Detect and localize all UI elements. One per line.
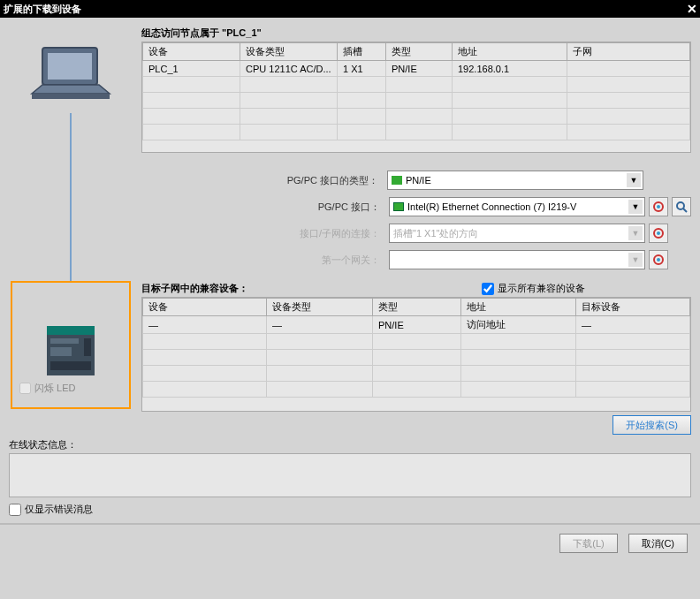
laptop-icon <box>27 42 115 113</box>
search-pgif-button[interactable] <box>672 197 691 216</box>
cell-devtype: CPU 1211C AC/D... <box>240 61 338 77</box>
table-row[interactable]: PLC_1 CPU 1211C AC/D... 1 X1 PN/IE 192.1… <box>143 61 690 77</box>
config-pgif-button[interactable] <box>649 197 668 216</box>
cell-device: PLC_1 <box>143 61 240 77</box>
svg-marker-2 <box>32 85 110 94</box>
errors-only-checkbox[interactable]: 仅显示错误消息 <box>9 503 691 516</box>
chevron-down-icon: ▼ <box>628 226 643 240</box>
chevron-down-icon[interactable]: ▼ <box>627 173 641 187</box>
flash-led-input[interactable] <box>19 383 31 394</box>
cell2-target: — <box>576 316 690 334</box>
svg-point-15 <box>657 231 660 235</box>
flash-led-checkbox[interactable]: 闪烁 LED <box>19 382 75 395</box>
cell-type: PN/IE <box>386 61 453 77</box>
lbl-pgif: PG/PC 接口： <box>283 201 380 214</box>
left-pane: 闪烁 LED <box>9 25 133 435</box>
cell2-type: PN/IE <box>373 316 461 334</box>
cell-subnet <box>567 61 690 77</box>
svg-rect-6 <box>50 338 79 344</box>
net-icon <box>392 176 402 185</box>
svg-rect-3 <box>32 94 110 99</box>
nic-icon <box>393 202 404 211</box>
col-slot[interactable]: 插槽 <box>338 43 386 61</box>
chevron-down-icon: ▼ <box>628 253 643 267</box>
cell2-devtype: — <box>267 316 373 334</box>
row-conn: 接口/子网的连接： 插槽"1 X1"处的方向 ▼ <box>141 224 691 243</box>
title-bar: 扩展的下载到设备 ✕ <box>0 0 700 18</box>
svg-point-11 <box>657 205 660 209</box>
config-conn-button[interactable] <box>649 224 668 243</box>
cell2-device: — <box>143 316 267 334</box>
config-title: 组态访问节点属于 "PLC_1" <box>141 27 691 40</box>
flash-led-label: 闪烁 LED <box>34 382 75 395</box>
row-pgif: PG/PC 接口： Intel(R) Ethernet Connection (… <box>141 197 691 216</box>
svg-rect-5 <box>47 326 95 335</box>
svg-rect-1 <box>48 53 92 80</box>
cell2-addr: 访问地址 <box>461 316 576 334</box>
svg-point-17 <box>657 258 660 262</box>
device-frame: 闪烁 LED <box>11 281 131 409</box>
col-subnet[interactable]: 子网 <box>567 43 690 61</box>
plc-icon <box>45 324 96 377</box>
close-icon[interactable]: ✕ <box>684 1 700 17</box>
config-grid-wrap: 设备 设备类型 插槽 类型 地址 子网 PLC_1 CPU 1211C AC/D… <box>141 42 691 153</box>
select-conn: 插槽"1 X1"处的方向 ▼ <box>389 224 645 243</box>
compat-title: 目标子网中的兼容设备： <box>141 282 248 295</box>
svg-rect-7 <box>50 347 72 356</box>
cancel-button[interactable]: 取消(C) <box>628 534 688 553</box>
col-devtype[interactable]: 设备类型 <box>240 43 338 61</box>
compat-grid: 设备 设备类型 类型 地址 目标设备 — — PN/IE 访问地址 — <box>142 298 690 398</box>
show-all-input[interactable] <box>482 283 494 295</box>
errors-only-input[interactable] <box>9 504 21 516</box>
svg-rect-8 <box>84 338 91 356</box>
chevron-down-icon[interactable]: ▼ <box>628 200 643 214</box>
svg-rect-9 <box>50 361 91 370</box>
svg-point-12 <box>677 202 684 209</box>
lbl-gw: 第一个网关： <box>283 254 380 267</box>
status-box <box>9 453 691 497</box>
col2-device[interactable]: 设备 <box>143 299 267 316</box>
col-addr[interactable]: 地址 <box>453 43 567 61</box>
row-pgtype: PG/PC 接口的类型： PN/IE ▼ <box>141 171 691 190</box>
compat-grid-wrap: 设备 设备类型 类型 地址 目标设备 — — PN/IE 访问地址 — <box>141 297 691 412</box>
lbl-pgtype: PG/PC 接口的类型： <box>281 174 378 187</box>
connection-line <box>70 113 72 281</box>
download-button: 下载(L) <box>559 534 617 553</box>
config-gw-button[interactable] <box>649 250 668 269</box>
select-pgif[interactable]: Intel(R) Ethernet Connection (7) I219-V … <box>389 197 645 216</box>
col2-type[interactable]: 类型 <box>373 299 461 316</box>
col-type[interactable]: 类型 <box>386 43 453 61</box>
val-pgif: Intel(R) Ethernet Connection (7) I219-V <box>407 201 576 212</box>
show-all-checkbox[interactable]: 显示所有兼容的设备 <box>482 282 585 295</box>
select-gw: ▼ <box>389 250 645 269</box>
row-gw: 第一个网关： ▼ <box>141 250 691 269</box>
show-all-label: 显示所有兼容的设备 <box>498 282 585 295</box>
table-row[interactable]: — — PN/IE 访问地址 — <box>143 316 690 334</box>
status-label: 在线状态信息： <box>9 438 691 451</box>
val-pgtype: PN/IE <box>406 175 431 186</box>
col2-addr[interactable]: 地址 <box>461 299 576 316</box>
svg-line-13 <box>683 209 687 212</box>
cell-slot: 1 X1 <box>338 61 386 77</box>
col2-target[interactable]: 目标设备 <box>576 299 690 316</box>
lbl-conn: 接口/子网的连接： <box>283 227 380 240</box>
val-conn: 插槽"1 X1"处的方向 <box>393 227 478 240</box>
config-grid: 设备 设备类型 插槽 类型 地址 子网 PLC_1 CPU 1211C AC/D… <box>142 42 690 140</box>
select-pgtype[interactable]: PN/IE ▼ <box>387 171 643 190</box>
errors-only-label: 仅显示错误消息 <box>25 503 93 516</box>
start-search-button[interactable]: 开始搜索(S) <box>612 415 691 435</box>
window-title: 扩展的下载到设备 <box>4 3 81 16</box>
col2-devtype[interactable]: 设备类型 <box>267 299 373 316</box>
col-device[interactable]: 设备 <box>143 43 240 61</box>
cell-addr: 192.168.0.1 <box>453 61 567 77</box>
